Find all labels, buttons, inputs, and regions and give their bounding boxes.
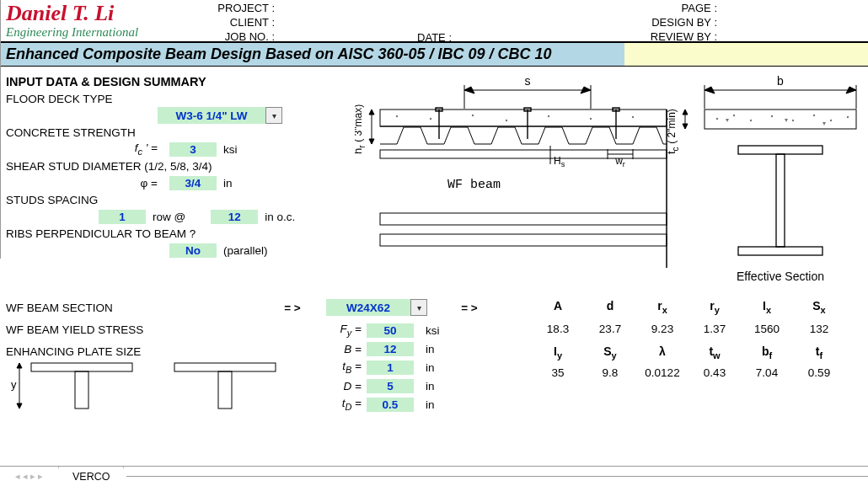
svg-point-36 xyxy=(716,118,718,120)
svg-point-53 xyxy=(590,118,592,120)
svg-point-48 xyxy=(396,115,398,117)
svg-rect-33 xyxy=(380,234,667,246)
unit-B: in xyxy=(426,343,435,355)
input-stud-rows[interactable]: 1 xyxy=(99,210,146,224)
input-fc[interactable]: 3 xyxy=(169,142,217,157)
label-tB: tB = xyxy=(321,360,362,375)
input-Fy[interactable]: 50 xyxy=(367,323,414,338)
unit-fc: ksi xyxy=(223,143,238,156)
label-row-at: row @ xyxy=(153,211,185,223)
unit-phi: in xyxy=(223,177,233,190)
chevron-down-icon[interactable]: ▾ xyxy=(265,107,282,124)
svg-rect-32 xyxy=(380,213,667,225)
label-B: B = xyxy=(321,343,362,355)
unit-Fy: ksi xyxy=(426,324,440,337)
props-row-1: 18.323.79.23 1.371560132 xyxy=(532,323,845,335)
label-fc: fc ' = xyxy=(6,142,158,157)
sheet-tab-bar: ◂ ◂ ▸ ▸ VERCO xyxy=(0,466,868,486)
svg-point-54 xyxy=(632,116,634,118)
props-header-1: A d rx ry Ix Sx xyxy=(532,299,845,315)
props-header-2: Iy Sy λ tw bf tf xyxy=(532,344,845,360)
input-phi[interactable]: 3/4 xyxy=(169,176,217,190)
svg-rect-44 xyxy=(738,146,822,154)
label-review-by: REVIEW BY : xyxy=(641,30,717,45)
svg-marker-7 xyxy=(683,124,688,129)
header: Daniel T. Li Engineering International P… xyxy=(1,0,868,43)
svg-marker-2 xyxy=(369,109,374,115)
label-D: D = xyxy=(321,380,362,393)
tab-verco[interactable]: VERCO xyxy=(59,467,124,486)
label-floor-deck-type: FLOOR DECK TYPE xyxy=(6,93,113,105)
svg-text:s: s xyxy=(525,74,531,88)
svg-rect-46 xyxy=(776,154,785,247)
svg-point-49 xyxy=(430,118,431,120)
input-stud-spacing[interactable]: 12 xyxy=(211,210,258,224)
unit-in-oc: in o.c. xyxy=(265,211,295,223)
label-wf-section: WF BEAM SECTION xyxy=(6,302,259,314)
logo-name: Daniel T. Li xyxy=(6,2,138,24)
svg-point-39 xyxy=(771,115,773,117)
label-page: PAGE : xyxy=(641,2,717,16)
svg-text:Hs: Hs xyxy=(554,155,565,168)
label-wf-yield: WF BEAM YIELD STRESS xyxy=(6,323,259,336)
unit-tD: in xyxy=(426,398,435,411)
document-title: Enhanced Composite Beam Design Based on … xyxy=(1,43,624,66)
label-phi: φ = xyxy=(6,177,158,190)
header-col-mid: DATE : xyxy=(405,31,452,45)
input-ribs-perp[interactable]: No xyxy=(169,243,217,258)
label-stud-diameter: SHEAR STUD DIAMETER (1/2, 5/8, 3/4) xyxy=(6,160,212,173)
svg-text:Effective  Section: Effective Section xyxy=(737,270,824,283)
label-date: DATE : xyxy=(405,31,452,45)
header-col-right: PAGE : DESIGN BY : REVIEW BY : xyxy=(641,2,717,45)
svg-point-50 xyxy=(472,115,474,116)
small-beam-sketch: y xyxy=(6,355,326,422)
svg-text:tc
            ( 2"min): tc ( 2"min) xyxy=(665,109,681,154)
header-col-left: PROJECT : CLIENT : JOB NO. : xyxy=(203,2,275,45)
svg-point-37 xyxy=(733,115,735,116)
title-spacer xyxy=(624,43,868,66)
input-D[interactable]: 5 xyxy=(367,379,414,393)
input-B[interactable]: 12 xyxy=(367,342,414,356)
select-deck-type[interactable]: W3-6 1/4" LW xyxy=(158,107,265,124)
props-row-2: 359.80.0122 0.437.040.59 xyxy=(532,366,845,379)
svg-point-41 xyxy=(813,115,815,116)
label-parallel: (parallel) xyxy=(223,244,268,257)
unit-D: in xyxy=(426,380,435,393)
input-tD[interactable]: 0.5 xyxy=(367,398,414,412)
svg-point-52 xyxy=(548,115,549,117)
svg-text:WF beam: WF beam xyxy=(447,178,501,192)
arrow-icon: = > xyxy=(444,302,495,314)
label-tD: tD = xyxy=(321,397,362,412)
composite-beam-diagram: hr ( 3"max) tc ( 2"min) s xyxy=(355,70,860,289)
label-stud-spacing: STUDS SPACING xyxy=(6,194,98,206)
svg-point-43 xyxy=(847,116,849,118)
svg-rect-59 xyxy=(31,363,132,371)
title-bar: Enhanced Composite Beam Design Based on … xyxy=(1,43,868,67)
param-column: Fy = 50 ksi B = 12 in tB = 1 in D = 5 xyxy=(321,296,440,414)
svg-text:y: y xyxy=(11,378,17,391)
svg-text:hr
            ( 3"max): hr ( 3"max) xyxy=(355,104,367,154)
svg-text:wr: wr xyxy=(614,155,625,168)
svg-marker-3 xyxy=(369,139,374,144)
svg-point-51 xyxy=(506,120,507,121)
label-project: PROJECT : xyxy=(203,2,275,16)
label-Fy: Fy = xyxy=(321,323,362,338)
arrow-icon: = > xyxy=(259,302,326,314)
logo: Daniel T. Li Engineering International xyxy=(6,2,138,40)
svg-rect-45 xyxy=(738,247,822,255)
tab-nav-icons[interactable]: ◂ ◂ ▸ ▸ xyxy=(0,467,59,486)
svg-rect-16 xyxy=(380,109,667,126)
svg-marker-57 xyxy=(17,363,22,368)
svg-point-40 xyxy=(792,120,794,121)
label-ribs-perp: RIBS PERPENDICULAR TO BEAM ? xyxy=(6,227,196,240)
label-design-by: DESIGN BY : xyxy=(641,16,717,30)
unit-tB: in xyxy=(426,361,435,374)
input-tB[interactable]: 1 xyxy=(367,360,414,375)
svg-marker-6 xyxy=(683,109,688,115)
svg-rect-60 xyxy=(75,371,88,409)
label-client: CLIENT : xyxy=(203,16,275,30)
svg-rect-62 xyxy=(218,371,232,409)
svg-point-42 xyxy=(830,120,832,121)
logo-subtitle: Engineering International xyxy=(6,26,138,40)
svg-point-38 xyxy=(750,120,752,121)
